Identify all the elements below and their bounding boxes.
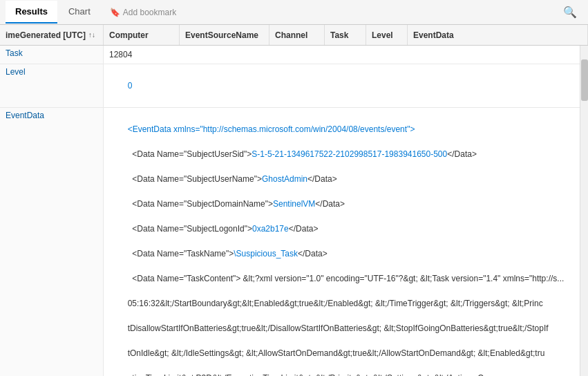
search-icon[interactable]: 🔍 (558, 3, 582, 21)
level-value: 0 (128, 81, 133, 91)
col-header-eventsource[interactable]: EventSourceName (180, 25, 269, 45)
table-row: Level 0 (0, 64, 580, 108)
table-row: Task 12804 (0, 46, 580, 64)
col-header-computer[interactable]: Computer (104, 25, 180, 45)
detail-table[interactable]: Task 12804 Level 0 EventData <EventData … (0, 46, 580, 376)
col-header-task[interactable]: Task (325, 25, 366, 45)
scrollbar-thumb[interactable] (581, 59, 588, 101)
row-value-task: 12804 (104, 46, 580, 64)
col-header-time[interactable]: imeGenerated [UTC] ↑↓ (0, 25, 104, 45)
row-label-level: Level (0, 64, 104, 107)
row-label-task: Task (0, 46, 104, 64)
tab-chart[interactable]: Chart (59, 1, 100, 24)
scrollbar[interactable] (580, 46, 588, 376)
row-label-eventdata: EventData (0, 108, 104, 376)
table-row: EventData <EventData xmlns="http://schem… (0, 108, 580, 376)
col-header-level[interactable]: Level (366, 25, 408, 45)
bookmark-label: Add bookmark (123, 8, 176, 17)
sort-icon: ↑↓ (88, 31, 95, 39)
tab-bar: Results Chart 🔖 Add bookmark 🔍 (0, 0, 588, 25)
row-value-level: 0 (104, 64, 580, 107)
column-headers: imeGenerated [UTC] ↑↓ Computer EventSour… (0, 25, 588, 46)
bookmark-icon: 🔖 (110, 8, 120, 17)
col-header-channel[interactable]: Channel (269, 25, 325, 45)
col-header-eventdata[interactable]: EventData (408, 25, 588, 45)
main-content: Task 12804 Level 0 EventData <EventData … (0, 46, 588, 376)
add-bookmark-button[interactable]: 🔖 Add bookmark (104, 5, 182, 20)
tab-results[interactable]: Results (6, 1, 57, 24)
row-value-eventdata: <EventData xmlns="http://schemas.microso… (104, 108, 580, 376)
